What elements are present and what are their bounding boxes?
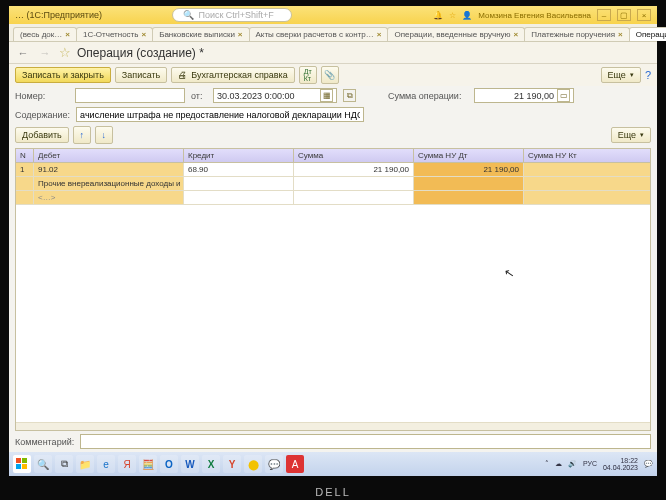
postings-grid: N Дебет Кредит Сумма Сумма НУ Дт Сумма Н…	[15, 148, 651, 431]
tray-notifications-icon[interactable]: 💬	[644, 460, 653, 467]
cell-debit-acc[interactable]: 91.02	[34, 163, 184, 177]
chat-icon[interactable]: 💬	[265, 455, 283, 473]
maximize-button[interactable]: ▢	[617, 9, 631, 21]
taskview-icon[interactable]: ⧉	[55, 455, 73, 473]
calc-icon[interactable]: ▭	[557, 89, 570, 102]
taskbar-search-icon[interactable]: 🔍	[34, 455, 52, 473]
close-button[interactable]: ×	[637, 9, 651, 21]
nav-fwd-button[interactable]: →	[37, 45, 53, 61]
doc-tab[interactable]: 1С-Отчетность×	[76, 27, 153, 41]
content-field[interactable]	[76, 107, 364, 122]
app-context-text: … (1С:Предприятие)	[15, 10, 102, 20]
table-row[interactable]: 1 91.02 68.90 21 190,00 21 190,00	[16, 163, 650, 177]
user-name: Момзина Евгения Васильевна	[478, 11, 591, 20]
label-sum: Сумма операции:	[388, 91, 468, 101]
global-search[interactable]: 🔍 Поиск Ctrl+Shift+F	[172, 8, 292, 22]
doc-tab[interactable]: Акты сверки расчетов с контр…×	[249, 27, 389, 41]
label-number: Номер:	[15, 91, 69, 101]
doc-tab-strip: (весь док…× 1С-Отчетность× Банковские вы…	[9, 24, 657, 42]
printer-icon: 🖨	[178, 70, 187, 80]
doc-tab[interactable]: Банковские выписки×	[152, 27, 249, 41]
table-row[interactable]: Прочие внереализационные доходы и расх…	[16, 177, 650, 191]
col-header-nudt[interactable]: Сумма НУ Дт	[414, 149, 524, 163]
save-close-button[interactable]: Записать и закрыть	[15, 67, 111, 83]
tray-chevron-icon[interactable]: ˄	[545, 460, 549, 467]
1c-icon[interactable]: ⬤	[244, 455, 262, 473]
tab-close-icon[interactable]: ×	[618, 30, 623, 39]
table-row[interactable]: <…>	[16, 191, 650, 205]
svg-rect-2	[16, 464, 21, 469]
tab-close-icon[interactable]: ×	[514, 30, 519, 39]
buh-report-button[interactable]: 🖨 Бухгалтерская справка	[171, 67, 294, 83]
laptop-brand: DELL	[315, 486, 351, 498]
col-header-debit[interactable]: Дебет	[34, 149, 184, 163]
tab-close-icon[interactable]: ×	[238, 30, 243, 39]
label-comment: Комментарий:	[15, 437, 74, 447]
date-field[interactable]: 30.03.2023 0:00:00 ▦	[213, 88, 337, 103]
sum-field[interactable]: 21 190,00 ▭	[474, 88, 574, 103]
doc-tab[interactable]: Платежные поручения×	[524, 27, 629, 41]
cell-debit-extra[interactable]: <…>	[34, 191, 184, 205]
date-helper-button[interactable]: ⧉	[343, 89, 356, 102]
col-header-n[interactable]: N	[16, 149, 34, 163]
label-content: Содержание:	[15, 110, 70, 120]
more-button[interactable]: Еще▾	[601, 67, 641, 83]
tab-close-icon[interactable]: ×	[65, 30, 70, 39]
nav-back-button[interactable]: ←	[15, 45, 31, 61]
bell-icon[interactable]: 🔔	[433, 11, 443, 20]
user-icon: 👤	[462, 11, 472, 20]
move-up-button[interactable]: ↑	[73, 126, 91, 144]
app-title-bar: … (1С:Предприятие) 🔍 Поиск Ctrl+Shift+F …	[9, 6, 657, 24]
cell-sum[interactable]: 21 190,00	[294, 163, 414, 177]
tray-clock[interactable]: 18:2204.04.2023	[603, 457, 638, 472]
col-header-credit[interactable]: Кредит	[184, 149, 294, 163]
minimize-button[interactable]: –	[597, 9, 611, 21]
help-button[interactable]: ?	[645, 69, 651, 81]
chevron-down-icon: ▾	[630, 71, 634, 79]
excel-icon[interactable]: X	[202, 455, 220, 473]
cell-debit-desc[interactable]: Прочие внереализационные доходы и расх…	[34, 177, 184, 191]
doc-tab[interactable]: Операция (создание) *×	[629, 27, 666, 41]
grid-more-button[interactable]: Еще▾	[611, 127, 651, 143]
grid-footer	[16, 422, 650, 430]
svg-rect-1	[22, 458, 27, 463]
star-icon[interactable]: ☆	[449, 11, 456, 20]
favorite-toggle[interactable]: ☆	[59, 45, 71, 60]
col-header-nukt[interactable]: Сумма НУ Кт	[524, 149, 650, 163]
col-header-sum[interactable]: Сумма	[294, 149, 414, 163]
cell-nukt[interactable]	[524, 163, 650, 177]
number-field[interactable]	[75, 88, 185, 103]
tab-close-icon[interactable]: ×	[141, 30, 146, 39]
attach-button[interactable]: 📎	[321, 66, 339, 84]
calendar-icon[interactable]: ▦	[320, 89, 333, 102]
add-row-button[interactable]: Добавить	[15, 127, 69, 143]
pdf-icon[interactable]: A	[286, 455, 304, 473]
start-button[interactable]	[13, 455, 31, 473]
save-button[interactable]: Записать	[115, 67, 167, 83]
doc-tab[interactable]: (весь док…×	[13, 27, 77, 41]
doc-tab[interactable]: Операции, введенные вручную×	[387, 27, 525, 41]
tray-volume-icon[interactable]: 🔊	[568, 460, 577, 467]
browser-icon[interactable]: Я	[118, 455, 136, 473]
outlook-icon[interactable]: O	[160, 455, 178, 473]
cell-credit-acc[interactable]: 68.90	[184, 163, 294, 177]
app-icon[interactable]: Y	[223, 455, 241, 473]
page-title: Операция (создание) *	[77, 46, 204, 60]
os-taskbar: 🔍 ⧉ 📁 e Я 🧮 O W X Y ⬤ 💬 A ˄ ☁ 🔊 РУС 18:2…	[9, 452, 657, 476]
cell-n[interactable]: 1	[16, 163, 34, 177]
tab-close-icon[interactable]: ×	[377, 30, 382, 39]
command-bar: Записать и закрыть Записать 🖨 Бухгалтерс…	[9, 64, 657, 86]
cell-nudt[interactable]: 21 190,00	[414, 163, 524, 177]
dt-kt-button[interactable]: ДтКт	[299, 66, 317, 84]
search-icon: 🔍	[183, 10, 194, 20]
tray-lang[interactable]: РУС	[583, 460, 597, 467]
word-icon[interactable]: W	[181, 455, 199, 473]
explorer-icon[interactable]: 📁	[76, 455, 94, 473]
chevron-down-icon: ▾	[640, 131, 644, 139]
edge-icon[interactable]: e	[97, 455, 115, 473]
move-down-button[interactable]: ↓	[95, 126, 113, 144]
global-search-placeholder: Поиск Ctrl+Shift+F	[198, 10, 273, 20]
calc-icon[interactable]: 🧮	[139, 455, 157, 473]
comment-field[interactable]	[80, 434, 651, 449]
tray-cloud-icon[interactable]: ☁	[555, 460, 562, 467]
